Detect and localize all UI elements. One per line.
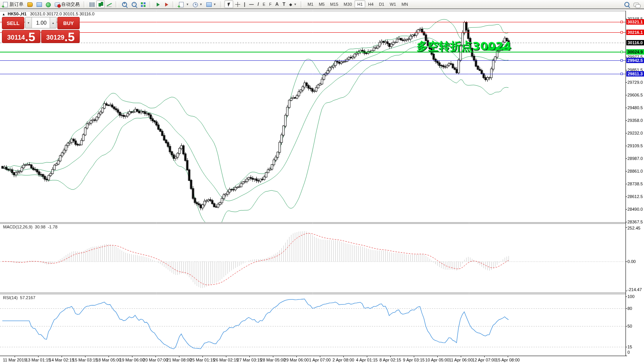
macd-value: 30.98 — [35, 225, 46, 229]
templates-button[interactable]: ▼ — [204, 0, 218, 8]
trendline-icon: / — [258, 2, 259, 7]
new-order-label: 新订单 — [10, 1, 23, 8]
periods-icon — [193, 2, 198, 7]
price-tick-label: 29232.0 — [627, 131, 643, 135]
one-click-collapse-icon[interactable]: ▲ — [2, 12, 5, 16]
price-tick-label: 29480.5 — [627, 105, 643, 110]
volume-increase-button[interactable]: ▲ — [50, 17, 56, 28]
horizontal-line-icon: — — [249, 2, 254, 7]
zoom-in-button[interactable]: + — [120, 0, 129, 8]
price-level-badge: 30321.1 — [626, 19, 644, 25]
periods-button[interactable]: ▼ — [191, 0, 204, 8]
cursor-icon — [227, 2, 231, 7]
text-tool-icon: A — [275, 2, 279, 7]
vertical-line-icon: | — [244, 2, 245, 7]
time-axis-label: 15 Apr 08:00 — [490, 358, 525, 362]
label-tool-button[interactable]: T — [281, 0, 287, 8]
crosshair-button[interactable] — [233, 0, 242, 8]
price-tick-label: 29109.5 — [627, 143, 643, 148]
vertical-line-button[interactable]: | — [242, 0, 247, 8]
signal-icon — [46, 2, 51, 7]
chat-icon — [634, 3, 639, 7]
channel-button[interactable]: E — [261, 0, 267, 8]
shapes-button[interactable]: ◆▼ — [287, 0, 299, 8]
history-center-button[interactable] — [25, 0, 35, 8]
publish-icon — [37, 2, 42, 7]
autotrade-button[interactable]: 自动交易 — [53, 0, 82, 8]
timeframe-m30[interactable]: M30 — [341, 0, 355, 8]
sell-button[interactable]: SELL — [2, 17, 24, 29]
price-tick-label: 28738.5 — [627, 182, 643, 186]
price-tick-label: 29729.0 — [627, 80, 643, 85]
price-tick-label: 28367.5 — [627, 220, 643, 224]
buy-button[interactable]: BUY — [57, 17, 80, 29]
chart-annotation-text[interactable]: 多空转折点30024 — [417, 39, 511, 54]
volume-input[interactable]: 1.00 — [32, 17, 50, 28]
auto-scroll-button[interactable] — [154, 0, 162, 8]
price-tick-label: 28612.5 — [627, 194, 643, 199]
bar-chart-icon — [90, 2, 94, 7]
autotrade-icon — [55, 2, 60, 7]
timeframe-m1[interactable]: M1 — [305, 0, 316, 8]
chart-symbol-period: HK50-,H1 — [8, 12, 27, 16]
toolbar: + 新订单 自动交易 + - +▼ ▼ ▼ | — / E — [0, 0, 644, 9]
candlestick-button[interactable] — [96, 0, 105, 8]
current-price-badge: 30116.0 — [626, 40, 644, 45]
chart-ohlc-values: 30131.0 30172.0 30101.5 30116.0 — [30, 12, 94, 16]
chart-canvas[interactable] — [0, 9, 644, 363]
price-tick-label: 28987.0 — [627, 156, 643, 161]
zoom-out-button[interactable]: - — [129, 0, 139, 8]
price-level-badge: 30216.1 — [626, 30, 644, 35]
zoom-out-icon: - — [132, 2, 137, 7]
macd-scale-top: 252.45 — [627, 226, 641, 230]
timeframe-h4[interactable]: H4 — [365, 0, 376, 8]
timeframe-mn[interactable]: MN — [399, 0, 411, 8]
price-tick-label: 28861.0 — [627, 169, 643, 173]
toolbar-separator — [172, 2, 175, 7]
tile-windows-button[interactable] — [139, 0, 147, 8]
chart-shift-icon — [165, 3, 168, 7]
bar-chart-button[interactable] — [88, 0, 96, 8]
new-order-icon: + — [3, 2, 8, 7]
macd-label: MACD(12,26,9) 30.98 -1.78 — [3, 225, 57, 229]
fibonacci-button[interactable]: F — [267, 0, 273, 8]
volume-decrease-button[interactable]: ▼ — [25, 17, 32, 28]
chart-window: ▲ HK50-,H1 30131.0 30172.0 30101.5 30116… — [0, 9, 644, 363]
toolbar-separator — [84, 2, 86, 7]
sell-price[interactable]: 30114.5 — [2, 30, 40, 43]
chart-shift-button[interactable] — [162, 0, 171, 8]
channel-icon: E — [263, 2, 265, 7]
history-icon — [27, 2, 33, 7]
timeframe-m15[interactable]: M15 — [327, 0, 341, 8]
rsi-scale-label: 0 — [627, 350, 630, 355]
macd-scale-zero: 0.00 — [627, 259, 636, 264]
autotrade-label: 自动交易 — [61, 1, 80, 8]
indicators-button[interactable]: +▼ — [177, 0, 191, 8]
price-level-badge: 29811.3 — [626, 71, 644, 77]
horizontal-line-button[interactable]: — — [247, 0, 256, 8]
one-click-trade-panel: SELL ▼ 1.00 ▲ BUY 30114.5 30129.5 — [2, 17, 80, 43]
timeframe-d1[interactable]: D1 — [376, 0, 387, 8]
timeframe-m5[interactable]: M5 — [316, 0, 327, 8]
signals-button[interactable] — [44, 0, 53, 8]
toolbar-separator — [301, 2, 303, 7]
rsi-value: 57.2167 — [20, 295, 35, 300]
buy-price[interactable]: 30129.5 — [41, 30, 80, 43]
fibonacci-icon: F — [269, 2, 271, 7]
sell-price-frac: .5 — [25, 31, 35, 43]
timeframe-w1[interactable]: W1 — [387, 0, 399, 8]
publish-chart-button[interactable] — [35, 0, 44, 8]
toolbar-separator — [149, 2, 152, 7]
search-button[interactable] — [622, 0, 632, 8]
chart-title: ▲ HK50-,H1 30131.0 30172.0 30101.5 30116… — [2, 12, 94, 16]
timeframe-h1[interactable]: H1 — [355, 0, 365, 8]
line-chart-button[interactable] — [105, 0, 114, 8]
rsi-scale-label: 15 — [627, 345, 632, 349]
new-order-button[interactable]: + 新订单 — [1, 0, 25, 8]
price-level-badge: 30024.9 — [626, 49, 644, 55]
price-tick-label: 29606.5 — [627, 93, 643, 97]
chat-button[interactable] — [632, 0, 641, 8]
text-tool-button[interactable]: A — [273, 0, 281, 8]
trendline-button[interactable]: / — [256, 0, 261, 8]
cursor-button[interactable] — [224, 0, 233, 8]
